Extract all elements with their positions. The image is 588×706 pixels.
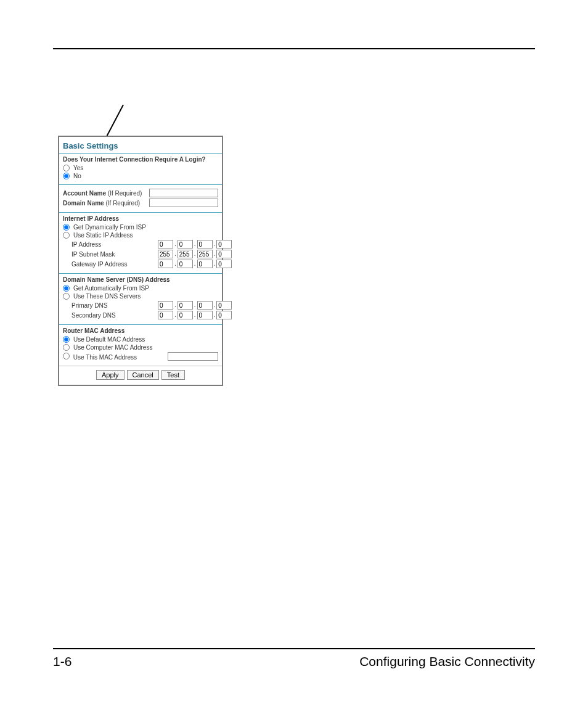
account-name-label: Account Name (If Required): [63, 190, 149, 197]
primary-dns-o4[interactable]: [216, 301, 232, 310]
mac-default-option[interactable]: Use Default MAC Address: [63, 336, 145, 343]
apply-button[interactable]: Apply: [96, 370, 125, 380]
gateway-label: Gateway IP Address: [63, 261, 158, 268]
basic-settings-panel: Basic Settings Does Your Internet Connec…: [58, 136, 223, 386]
primary-dns-input: . . .: [158, 301, 232, 310]
mac-section: Router MAC Address Use Default MAC Addre…: [59, 324, 222, 366]
secondary-dns-o2[interactable]: [178, 311, 193, 319]
primary-dns-o2[interactable]: [178, 301, 193, 310]
mac-manual-label: Use This MAC Address: [73, 354, 137, 361]
ip-section: Internet IP Address Get Dynamically From…: [59, 212, 222, 273]
chapter-title: Configuring Basic Connectivity: [359, 654, 535, 669]
gateway-o1[interactable]: [158, 260, 173, 268]
ip-static-label: Use Static IP Address: [73, 232, 133, 239]
footer-rule: [53, 648, 535, 649]
login-yes-label: Yes: [73, 165, 83, 171]
ip-subnet-o1[interactable]: [158, 250, 173, 258]
ip-subnet-o4[interactable]: [216, 250, 232, 258]
ip-static-option[interactable]: Use Static IP Address: [63, 232, 133, 239]
ip-dynamic-label: Get Dynamically From ISP: [73, 224, 146, 231]
cancel-button[interactable]: Cancel: [127, 370, 159, 380]
secondary-dns-input: . . .: [158, 311, 232, 319]
top-rule: [53, 48, 535, 49]
login-no-label: No: [73, 173, 81, 179]
login-yes-option[interactable]: Yes: [63, 165, 83, 171]
ip-static-radio[interactable]: [63, 232, 70, 239]
gateway-o4[interactable]: [216, 260, 232, 268]
mac-computer-label: Use Computer MAC Address: [73, 344, 152, 351]
login-no-radio[interactable]: [63, 173, 70, 179]
dns-section: Domain Name Server (DNS) Address Get Aut…: [59, 273, 222, 324]
ip-subnet-o3[interactable]: [197, 250, 213, 258]
login-yes-radio[interactable]: [63, 165, 70, 171]
mac-manual-option[interactable]: Use This MAC Address: [63, 353, 168, 361]
mac-computer-option[interactable]: Use Computer MAC Address: [63, 344, 152, 351]
dns-manual-label: Use These DNS Servers: [73, 293, 141, 300]
ip-subnet-input: . . .: [158, 250, 232, 258]
mac-heading: Router MAC Address: [63, 327, 218, 334]
primary-dns-o3[interactable]: [197, 301, 213, 310]
ip-address-label: IP Address: [63, 241, 158, 248]
domain-name-input[interactable]: [149, 199, 218, 207]
gateway-o3[interactable]: [197, 260, 213, 268]
ip-address-o3[interactable]: [197, 240, 213, 248]
mac-address-input[interactable]: [168, 352, 218, 361]
page-number: 1-6: [53, 654, 71, 669]
mac-computer-radio[interactable]: [63, 344, 70, 351]
domain-name-label: Domain Name (If Required): [63, 200, 149, 207]
dns-auto-radio[interactable]: [63, 285, 70, 292]
ip-address-input: . . .: [158, 240, 232, 248]
dns-heading: Domain Name Server (DNS) Address: [63, 276, 218, 283]
dns-manual-radio[interactable]: [63, 293, 70, 300]
ip-address-o2[interactable]: [178, 240, 193, 248]
secondary-dns-o3[interactable]: [197, 311, 213, 319]
mac-default-label: Use Default MAC Address: [73, 336, 145, 343]
account-section: Account Name (If Required) Domain Name (…: [59, 184, 222, 212]
primary-dns-label: Primary DNS: [63, 302, 158, 309]
gateway-input: . . .: [158, 260, 232, 268]
ip-heading: Internet IP Address: [63, 215, 218, 222]
test-button[interactable]: Test: [161, 370, 185, 380]
login-section: Does Your Internet Connection Require A …: [59, 153, 222, 184]
ip-address-o1[interactable]: [158, 240, 173, 248]
ip-dynamic-option[interactable]: Get Dynamically From ISP: [63, 224, 146, 231]
ip-subnet-o2[interactable]: [178, 250, 193, 258]
dns-auto-label: Get Automatically From ISP: [73, 285, 149, 292]
mac-manual-radio[interactable]: [63, 353, 70, 359]
panel-title: Basic Settings: [59, 137, 222, 153]
login-question: Does Your Internet Connection Require A …: [63, 156, 218, 163]
secondary-dns-label: Secondary DNS: [63, 312, 158, 319]
secondary-dns-o1[interactable]: [158, 311, 173, 319]
primary-dns-o1[interactable]: [158, 301, 173, 310]
ip-dynamic-radio[interactable]: [63, 224, 70, 231]
dns-auto-option[interactable]: Get Automatically From ISP: [63, 285, 149, 292]
mac-default-radio[interactable]: [63, 336, 70, 343]
dns-manual-option[interactable]: Use These DNS Servers: [63, 293, 141, 300]
gateway-o2[interactable]: [178, 260, 193, 268]
ip-address-o4[interactable]: [216, 240, 232, 248]
button-row: Apply Cancel Test: [59, 366, 222, 385]
login-no-option[interactable]: No: [63, 173, 81, 179]
secondary-dns-o4[interactable]: [216, 311, 232, 319]
account-name-input[interactable]: [149, 189, 218, 197]
ip-subnet-label: IP Subnet Mask: [63, 251, 158, 258]
